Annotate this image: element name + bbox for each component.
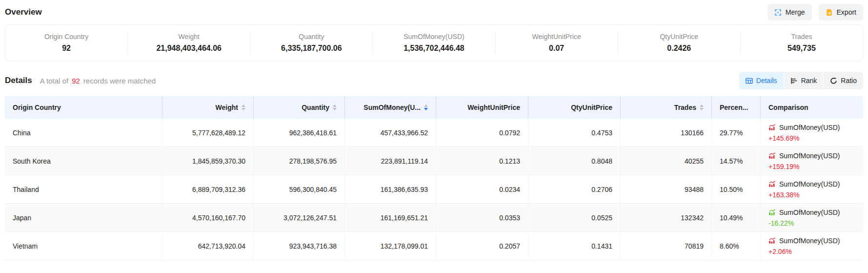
cell-sum-of-money: 132,178,099.01: [344, 232, 436, 260]
column-header[interactable]: Weight: [162, 96, 253, 119]
overview-stat-label: SumOfMoney(USD): [373, 33, 495, 41]
cell-percentage: 10.50%: [711, 175, 760, 203]
cell-quantity: 962,386,418.61: [253, 119, 344, 147]
cell-qty-unit-price: 0.2706: [528, 175, 620, 203]
comparison-metric: SumOfMoney(USD): [768, 150, 840, 161]
cell-comparison: SumOfMoney(USD)+145.69%: [760, 119, 863, 147]
column-header-label: SumOfMoney(U...: [363, 104, 421, 111]
sort-icon[interactable]: [333, 105, 337, 110]
table-header-row: Origin CountryWeightQuantitySumOfMoney(U…: [5, 96, 863, 119]
column-header-label: Trades: [674, 104, 696, 111]
sort-icon[interactable]: [242, 105, 245, 110]
column-header[interactable]: Quantity: [253, 96, 344, 119]
cell-trades: 70819: [620, 232, 711, 260]
view-tab-label: Rank: [801, 77, 817, 84]
overview-stat-label: WeightUnitPrice: [496, 33, 618, 41]
export-icon: [826, 9, 833, 16]
comparison-delta: +163.38%: [768, 189, 799, 200]
cell-quantity: 3,072,126,247.51: [253, 204, 344, 231]
cell-weight: 5,777,628,489.12: [162, 119, 253, 147]
sort-icon[interactable]: [700, 105, 704, 110]
view-tab-label: Ratio: [841, 77, 857, 84]
details-table: Origin CountryWeightQuantitySumOfMoney(U…: [5, 96, 863, 260]
cell-quantity: 596,300,840.45: [253, 175, 344, 203]
view-tab-details[interactable]: Details: [739, 72, 784, 89]
cell-percentage: 8.60%: [711, 232, 760, 260]
table-row[interactable]: Thailand6,889,709,312.36596,300,840.4516…: [5, 175, 863, 204]
cell-weight-unit-price: 0.0792: [436, 119, 528, 147]
details-title: Details: [5, 76, 32, 85]
column-header[interactable]: Trades: [620, 96, 711, 119]
merge-icon: [774, 9, 782, 16]
overview-stat-label: Trades: [741, 33, 863, 41]
table-icon: [746, 77, 753, 84]
view-tab-rank[interactable]: Rank: [784, 72, 824, 89]
column-header: QtyUnitPrice: [528, 96, 620, 119]
comparison-delta: +159.19%: [768, 161, 799, 172]
export-button[interactable]: Export: [819, 4, 863, 21]
cell-trades: 130166: [620, 119, 711, 147]
cell-origin-country: South Korea: [5, 147, 162, 175]
column-header-label: Comparison: [768, 104, 808, 111]
cell-weight-unit-price: 0.0353: [436, 204, 528, 231]
summary-prefix: A total of: [40, 77, 68, 85]
column-header-label: Origin Country: [13, 104, 61, 111]
cell-trades: 132342: [620, 204, 711, 231]
sort-caret-up-icon: [242, 105, 245, 107]
table-row[interactable]: Vietnam642,713,920.04923,943,716.38132,1…: [5, 232, 863, 260]
cell-origin-country: Thailand: [5, 175, 162, 203]
overview-stat: WeightUnitPrice0.07: [495, 32, 618, 54]
rank-icon: [790, 77, 798, 84]
cell-percentage: 29.77%: [711, 119, 760, 147]
cell-qty-unit-price: 0.4753: [528, 119, 620, 147]
summary-suffix: records were matched: [83, 77, 156, 85]
cell-trades: 40255: [620, 147, 711, 175]
column-header-label: WeightUnitPrice: [467, 104, 520, 111]
table-row[interactable]: Japan4,570,160,167.703,072,126,247.51161…: [5, 204, 863, 232]
merge-button[interactable]: Merge: [767, 4, 812, 21]
overview-stat-value: 1,536,702,446.48: [373, 44, 495, 53]
table-row[interactable]: China5,777,628,489.12962,386,418.61457,4…: [5, 119, 863, 147]
merge-button-label: Merge: [786, 8, 805, 16]
sort-icon[interactable]: [424, 105, 428, 110]
topbar-actions: Merge Export: [767, 4, 863, 21]
cell-weight-unit-price: 0.2057: [436, 232, 528, 260]
column-header[interactable]: SumOfMoney(U...: [344, 96, 436, 119]
table-row[interactable]: South Korea1,845,859,370.30278,198,576.9…: [5, 147, 863, 175]
column-header-label: Weight: [216, 104, 238, 111]
cell-origin-country: China: [5, 119, 162, 147]
view-tab-ratio[interactable]: Ratio: [824, 72, 863, 89]
sort-caret-up-icon: [424, 105, 428, 107]
overview-stat: Origin Country92: [5, 32, 127, 54]
trend-up-icon: [768, 180, 776, 188]
cell-qty-unit-price: 0.1431: [528, 232, 620, 260]
comparison-metric-label: SumOfMoney(USD): [779, 235, 840, 246]
cell-sum-of-money: 457,433,966.52: [344, 119, 436, 147]
cell-weight: 6,889,709,312.36: [162, 175, 253, 203]
column-header-label: Quantity: [302, 104, 329, 111]
export-button-label: Export: [837, 8, 856, 16]
sort-caret-up-icon: [333, 105, 337, 107]
column-header: Percen...: [711, 96, 760, 119]
records-summary: A total of 92 records were matched: [40, 77, 156, 85]
comparison-metric: SumOfMoney(USD): [768, 179, 840, 189]
column-header: Comparison: [760, 96, 863, 119]
overview-stat-value: 0.2426: [618, 44, 740, 53]
cell-qty-unit-price: 0.0525: [528, 204, 620, 231]
trend-down-icon: [768, 209, 776, 216]
cell-origin-country: Vietnam: [5, 232, 162, 260]
details-bar: Details A total of 92 records were match…: [5, 71, 863, 90]
sort-caret-down-icon: [700, 108, 704, 110]
overview-stat-value: 21,948,403,464.06: [128, 44, 250, 53]
comparison-metric-label: SumOfMoney(USD): [779, 207, 840, 218]
comparison-delta: +145.69%: [768, 133, 799, 144]
comparison-delta: -16.22%: [768, 218, 794, 229]
cell-comparison: SumOfMoney(USD)-16.22%: [760, 204, 863, 231]
column-header: Origin Country: [5, 96, 162, 119]
comparison-metric: SumOfMoney(USD): [768, 235, 840, 246]
column-header-label: Percen...: [720, 104, 748, 111]
sort-caret-up-icon: [700, 105, 704, 107]
comparison-metric: SumOfMoney(USD): [768, 207, 840, 218]
sort-caret-down-icon: [424, 108, 428, 110]
overview-stat-label: Quantity: [250, 33, 372, 41]
